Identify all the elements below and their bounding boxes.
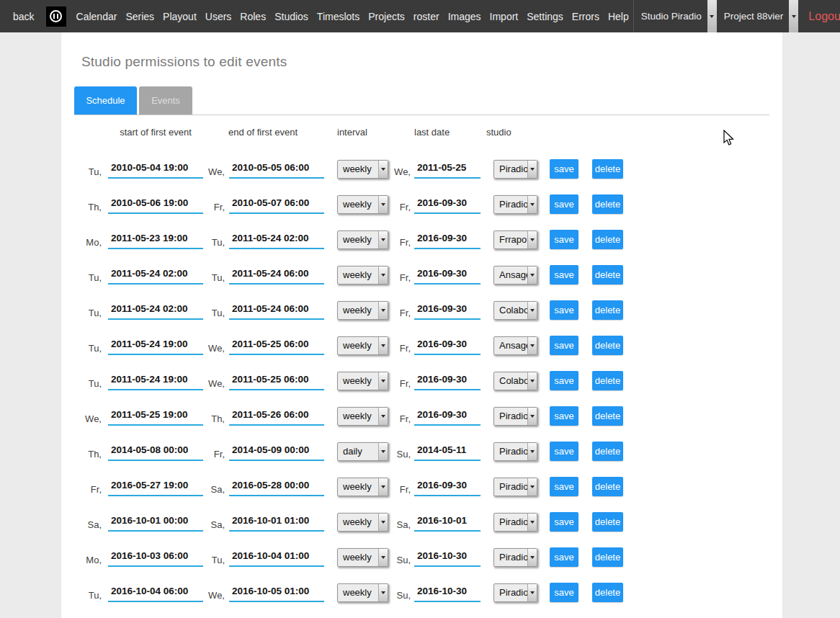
chevron-down-icon[interactable]: [378, 231, 388, 248]
chevron-down-icon[interactable]: [527, 408, 537, 425]
interval-select[interactable]: weekly: [337, 160, 388, 179]
start-datetime-input[interactable]: [108, 407, 203, 426]
studio-row-select[interactable]: Piradio: [493, 478, 537, 496]
end-datetime-input[interactable]: [229, 301, 324, 320]
end-datetime-input[interactable]: [229, 513, 324, 532]
nav-item-timeslots[interactable]: Timeslots: [317, 11, 359, 22]
chevron-down-icon[interactable]: [527, 231, 537, 248]
interval-select[interactable]: weekly: [337, 301, 388, 320]
interval-select[interactable]: weekly: [337, 372, 388, 390]
last-date-input[interactable]: [414, 442, 481, 461]
delete-button[interactable]: delete: [592, 583, 623, 602]
chevron-down-icon[interactable]: [378, 302, 388, 319]
chevron-down-icon[interactable]: [378, 161, 388, 178]
last-date-input[interactable]: [414, 548, 481, 567]
chevron-down-icon[interactable]: [527, 302, 537, 319]
save-button[interactable]: save: [550, 583, 578, 602]
delete-button[interactable]: delete: [592, 477, 623, 496]
nav-item-playout[interactable]: Playout: [163, 11, 197, 22]
interval-select[interactable]: weekly: [337, 266, 388, 285]
end-datetime-input[interactable]: [229, 230, 324, 249]
end-datetime-input[interactable]: [229, 407, 324, 426]
chevron-down-icon[interactable]: [527, 161, 537, 178]
chevron-down-icon[interactable]: [378, 267, 388, 284]
start-datetime-input[interactable]: [108, 301, 203, 320]
chevron-down-icon[interactable]: [527, 443, 537, 460]
nav-item-settings[interactable]: Settings: [527, 11, 563, 22]
last-date-input[interactable]: [414, 160, 481, 179]
tab-events[interactable]: Events: [139, 86, 192, 115]
last-date-input[interactable]: [414, 407, 481, 426]
delete-button[interactable]: delete: [592, 265, 623, 285]
delete-button[interactable]: delete: [592, 547, 623, 567]
last-date-input[interactable]: [414, 266, 481, 285]
nav-item-help[interactable]: Help: [608, 11, 629, 22]
delete-button[interactable]: delete: [592, 371, 623, 390]
studio-row-select[interactable]: Colabo: [493, 372, 537, 390]
save-button[interactable]: save: [550, 159, 578, 179]
nav-item-roles[interactable]: Roles: [240, 11, 266, 22]
end-datetime-input[interactable]: [229, 195, 324, 214]
end-datetime-input[interactable]: [229, 442, 324, 461]
chevron-down-icon[interactable]: [527, 584, 537, 601]
save-button[interactable]: save: [550, 512, 578, 532]
chevron-down-icon[interactable]: [527, 478, 537, 496]
save-button[interactable]: save: [550, 336, 578, 355]
save-button[interactable]: save: [550, 230, 578, 249]
chevron-down-icon[interactable]: [527, 196, 537, 213]
studio-row-select[interactable]: Piradio: [493, 195, 537, 214]
start-datetime-input[interactable]: [108, 513, 203, 532]
interval-select[interactable]: weekly: [337, 513, 388, 532]
interval-select[interactable]: weekly: [337, 336, 388, 355]
interval-select[interactable]: weekly: [337, 230, 388, 249]
end-datetime-input[interactable]: [229, 478, 324, 496]
studio-select[interactable]: Studio Piradio: [634, 0, 717, 32]
studio-row-select[interactable]: Piradio: [493, 548, 537, 567]
delete-button[interactable]: delete: [592, 159, 623, 179]
nav-item-studios[interactable]: Studios: [274, 11, 308, 22]
delete-button[interactable]: delete: [592, 194, 623, 214]
tab-schedule[interactable]: Schedule: [74, 86, 137, 115]
studio-row-select[interactable]: Frrapo: [493, 230, 537, 249]
nav-item-calendar[interactable]: Calendar: [76, 11, 117, 22]
start-datetime-input[interactable]: [108, 442, 203, 461]
last-date-input[interactable]: [414, 478, 481, 496]
end-datetime-input[interactable]: [229, 336, 324, 355]
end-datetime-input[interactable]: [229, 372, 324, 390]
chevron-down-icon[interactable]: [378, 337, 388, 354]
chevron-down-icon[interactable]: [527, 514, 537, 531]
interval-select[interactable]: daily: [337, 442, 388, 461]
studio-row-select[interactable]: Ansage: [493, 266, 537, 285]
studio-row-select[interactable]: Colabo: [493, 301, 537, 320]
last-date-input[interactable]: [414, 336, 481, 355]
interval-select[interactable]: weekly: [337, 478, 388, 496]
nav-item-users[interactable]: Users: [205, 11, 232, 22]
start-datetime-input[interactable]: [108, 230, 203, 249]
studio-row-select[interactable]: Piradio: [493, 583, 537, 602]
save-button[interactable]: save: [550, 194, 578, 214]
save-button[interactable]: save: [550, 371, 578, 390]
last-date-input[interactable]: [414, 513, 481, 532]
delete-button[interactable]: delete: [592, 406, 623, 426]
delete-button[interactable]: delete: [592, 300, 623, 320]
interval-select[interactable]: weekly: [337, 407, 388, 426]
interval-select[interactable]: weekly: [337, 195, 388, 214]
start-datetime-input[interactable]: [108, 195, 203, 214]
last-date-input[interactable]: [414, 195, 481, 214]
last-date-input[interactable]: [414, 583, 481, 602]
nav-item-images[interactable]: Images: [448, 11, 481, 22]
studio-row-select[interactable]: Piradio: [493, 160, 537, 179]
start-datetime-input[interactable]: [108, 478, 203, 496]
delete-button[interactable]: delete: [592, 442, 623, 461]
save-button[interactable]: save: [550, 547, 578, 567]
chevron-down-icon[interactable]: [527, 337, 537, 354]
chevron-down-icon[interactable]: [378, 478, 388, 496]
delete-button[interactable]: delete: [592, 336, 623, 355]
end-datetime-input[interactable]: [229, 160, 324, 179]
nav-item-roster[interactable]: roster: [414, 11, 439, 22]
studio-row-select[interactable]: Piradio: [493, 513, 537, 532]
chevron-down-icon[interactable]: [378, 443, 388, 460]
save-button[interactable]: save: [550, 406, 578, 426]
start-datetime-input[interactable]: [108, 583, 203, 602]
chevron-down-icon[interactable]: [378, 196, 388, 213]
